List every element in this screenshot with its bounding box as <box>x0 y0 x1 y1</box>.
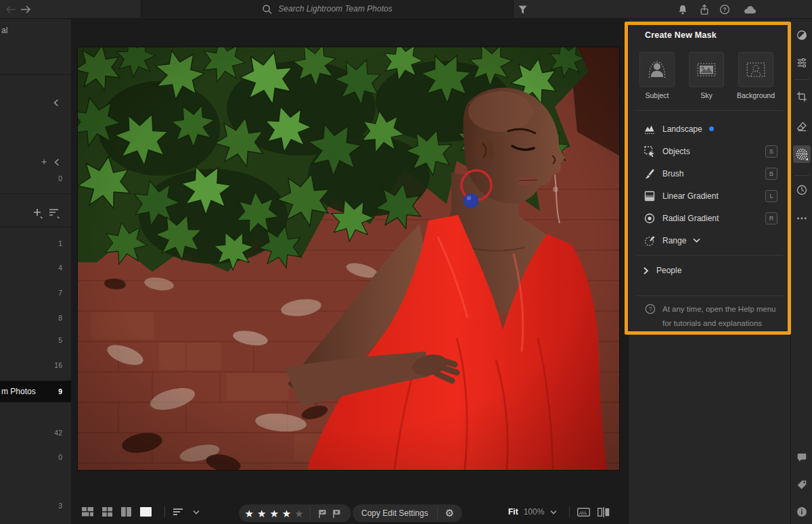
quick-mask-label: Background <box>737 91 775 99</box>
crop-icon[interactable] <box>795 90 809 103</box>
comments-icon[interactable] <box>795 451 809 465</box>
tool-linear-gradient[interactable]: Linear Gradient L <box>634 185 786 207</box>
divider <box>0 227 71 227</box>
star-icon[interactable]: ★ <box>243 508 255 519</box>
history-clock-icon[interactable] <box>795 183 809 197</box>
subject-mask-button[interactable]: Subject <box>639 52 675 99</box>
collapse-chevron[interactable] <box>54 158 60 166</box>
flag-reject-icon[interactable] <box>330 508 344 519</box>
forward-button[interactable] <box>19 3 32 16</box>
rating-flag-pill: ★★★★★ <box>239 504 351 522</box>
divider <box>310 508 311 519</box>
album-label: m Photos <box>1 387 36 396</box>
background-mask-icon <box>744 57 768 82</box>
divider <box>569 506 570 517</box>
photo-canvas[interactable] <box>78 47 619 470</box>
more-options-icon[interactable] <box>795 212 809 225</box>
keywords-tag-icon[interactable] <box>795 478 809 492</box>
flag-pick-icon[interactable] <box>315 508 330 519</box>
divider <box>637 110 783 111</box>
mask-panel: Create New Mask Subject Sky <box>628 18 791 524</box>
refine-icon[interactable] <box>173 508 183 516</box>
square-grid-view-icon[interactable] <box>102 507 112 517</box>
chevron-down-icon <box>550 510 557 515</box>
tool-radial-gradient[interactable]: Radial Gradient R <box>634 207 786 229</box>
album-row[interactable]: 5 <box>0 336 71 348</box>
tool-landscape[interactable]: Landscape <box>634 118 786 140</box>
star-icon[interactable]: ★ <box>255 508 267 519</box>
people-section-toggle[interactable]: People <box>634 260 786 281</box>
zoom-control[interactable]: Fit 100% <box>508 507 557 517</box>
album-row[interactable]: 16 <box>0 361 71 373</box>
sky-mask-button[interactable]: Sky <box>689 52 724 99</box>
chevron-down-icon <box>693 238 700 243</box>
tool-brush[interactable]: Brush B <box>634 162 786 185</box>
album-count: 7 <box>58 289 62 297</box>
sky-mask-icon <box>694 57 719 82</box>
compare-view-icon[interactable] <box>121 507 131 517</box>
album-count: 4 <box>58 264 62 272</box>
tool-label: Landscape <box>662 124 702 134</box>
new-feature-dot <box>709 126 714 131</box>
objects-icon <box>644 145 656 158</box>
filter-icon[interactable] <box>516 3 529 16</box>
tool-range[interactable]: Range <box>634 229 786 252</box>
panel-title: Create New Mask <box>645 30 717 40</box>
background-mask-button[interactable]: Background <box>738 52 773 99</box>
album-row[interactable]: 8 <box>0 314 71 326</box>
masking-tool-selected[interactable] <box>793 145 811 163</box>
collapse-chevron[interactable] <box>53 99 59 107</box>
healing-eraser-icon[interactable] <box>795 120 809 133</box>
add-icon[interactable]: + <box>41 156 47 167</box>
album-count: 0 <box>58 453 62 461</box>
album-count: 8 <box>58 314 62 322</box>
help-icon[interactable]: ? <box>718 3 731 16</box>
adjustments-sliders-icon[interactable] <box>795 56 809 70</box>
tool-label: Brush <box>662 169 683 178</box>
panel-count: 0 <box>58 174 62 183</box>
tool-label: Objects <box>662 147 690 156</box>
album-row[interactable]: 0 <box>0 453 71 465</box>
help-hint: ? At any time, open the Help menu for tu… <box>645 302 776 331</box>
album-row[interactable]: 7 <box>0 289 71 301</box>
tool-label: Range <box>662 236 686 245</box>
copy-edit-settings-button[interactable]: Copy Edit Settings <box>353 508 437 518</box>
album-row[interactable]: 3 <box>0 502 71 514</box>
before-after-icon[interactable] <box>597 507 610 517</box>
edit-icon[interactable] <box>795 28 809 42</box>
masking-icon <box>795 147 809 161</box>
quick-mask-row: Subject Sky Background <box>639 52 773 99</box>
photo-grid-view-icon[interactable] <box>82 507 93 517</box>
range-icon <box>644 235 656 247</box>
left-sidebar: al + 0 1 4 7 8 5 16 m Photos 9 42 0 3 2 <box>0 18 72 524</box>
album-row[interactable]: 42 <box>0 429 71 441</box>
mask-overlay-icon[interactable] <box>577 508 590 517</box>
tool-objects[interactable]: Objects S <box>634 140 786 162</box>
cloud-sync-icon[interactable] <box>742 3 758 16</box>
search-input[interactable]: Search Lightroom Team Photos <box>141 0 514 18</box>
sort-albums-icon[interactable] <box>49 208 60 218</box>
back-button[interactable] <box>4 3 18 16</box>
add-album-icon[interactable] <box>32 208 43 218</box>
gear-icon[interactable]: ⚙ <box>438 507 462 519</box>
share-icon[interactable] <box>698 3 711 16</box>
star-icon[interactable]: ★ <box>280 508 292 519</box>
notifications-bell-icon[interactable] <box>676 3 690 16</box>
album-count: 3 <box>58 502 62 510</box>
album-row[interactable]: 1 <box>0 239 71 252</box>
right-rail <box>790 18 812 524</box>
star-icon[interactable]: ★ <box>293 508 305 519</box>
tool-label: Linear Gradient <box>662 191 719 201</box>
quick-mask-label: Sky <box>700 91 713 99</box>
info-icon[interactable] <box>795 505 809 519</box>
chevron-down-icon[interactable] <box>193 510 200 515</box>
album-row[interactable]: 4 <box>0 264 71 276</box>
album-count: 42 <box>54 429 62 437</box>
star-icon[interactable]: ★ <box>268 508 280 519</box>
divider <box>0 74 71 75</box>
detail-view-icon[interactable] <box>140 507 152 517</box>
radial-gradient-icon <box>644 212 656 224</box>
album-count: 5 <box>58 336 62 344</box>
divider <box>0 193 71 194</box>
album-row-selected[interactable]: m Photos 9 <box>0 381 71 402</box>
